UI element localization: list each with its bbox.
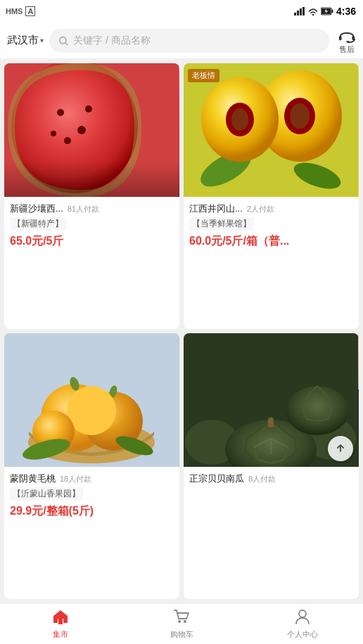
svg-rect-42 (268, 418, 274, 427)
nav-label-cart: 购物车 (170, 629, 193, 640)
product-title-4: 正宗贝贝南瓜 8人付款 (189, 472, 353, 485)
product-title-2: 江西井冈山... 2人付款 (189, 202, 353, 215)
chevron-down-icon: ▾ (40, 37, 44, 44)
nav-label-market: 集市 (53, 629, 68, 640)
product-name-1: 新疆沙壤西... (10, 202, 63, 215)
product-image-4: 个头迷你 一颗一个不浪费 (184, 333, 359, 467)
product-image-wrapper-2: 老板情 (184, 63, 359, 197)
price-1: 65.0元/5斤 (10, 234, 174, 249)
product-image-wrapper-3 (4, 333, 179, 467)
status-bar: HMS A 4:36 (0, 0, 363, 22)
product-info-2: 江西井冈山... 2人付款 【当季鲜果馆】 60.0元/5斤/箱（普... (184, 197, 359, 329)
sold-count-3: 18人付款 (60, 474, 91, 484)
product-title-1: 新疆沙壤西... 81人付款 (10, 202, 174, 215)
price-3: 29.9元/整箱(5斤) (10, 504, 174, 519)
svg-point-15 (77, 126, 86, 134)
product-grid: 新疆沙壤西... 81人付款 【新疆特产】 65.0元/5斤 (0, 59, 363, 603)
svg-rect-11 (346, 41, 350, 42)
product-card-1[interactable]: 新疆沙壤西... 81人付款 【新疆特产】 65.0元/5斤 (4, 63, 179, 329)
shop-name-1: 【新疆特产】 (10, 217, 66, 231)
a-label: A (25, 6, 35, 16)
svg-point-46 (184, 620, 186, 623)
svg-rect-3 (302, 7, 305, 15)
product-name-2: 江西井冈山... (189, 202, 243, 215)
nav-item-profile[interactable]: 个人中心 (242, 604, 363, 644)
svg-point-43 (286, 386, 349, 435)
svg-line-8 (65, 43, 68, 45)
hms-label: HMS (6, 7, 23, 15)
signal-icon (294, 7, 305, 15)
product-info-4: 正宗贝贝南瓜 8人付款 (184, 467, 359, 599)
back-to-top-icon (334, 442, 347, 455)
bottom-nav: 集市 购物车 个人中心 (0, 603, 363, 644)
product-info-3: 蒙阴黄毛桃 18人付款 【沂蒙山香果园】 29.9元/整箱(5斤) (4, 467, 179, 599)
svg-point-34 (67, 386, 116, 435)
product-info-1: 新疆沙壤西... 81人付款 【新疆特产】 65.0元/5斤 (4, 197, 179, 329)
wifi-icon (308, 8, 318, 15)
status-right: 4:36 (294, 6, 356, 17)
service-button[interactable]: 售后 (338, 27, 356, 55)
sold-count-1: 81人付款 (68, 204, 99, 214)
basket-peach-svg (4, 333, 179, 467)
svg-point-18 (64, 137, 71, 144)
product-image-3 (4, 333, 179, 467)
svg-point-14 (57, 109, 64, 116)
peach-svg (184, 63, 358, 197)
svg-rect-44 (58, 619, 63, 624)
status-left: HMS A (6, 6, 35, 16)
svg-point-47 (299, 610, 306, 617)
svg-point-16 (51, 131, 56, 136)
back-to-top-button[interactable] (328, 436, 353, 461)
product-image-wrapper-1 (4, 63, 179, 197)
svg-point-45 (178, 620, 181, 623)
svg-rect-9 (339, 35, 342, 40)
sold-count-2: 2人付款 (247, 204, 274, 214)
search-bar[interactable]: 关键字 / 商品名称 (49, 29, 329, 53)
cart-icon (173, 609, 190, 627)
header: 武汉市 ▾ 关键字 / 商品名称 售后 (0, 22, 363, 59)
product-title-3: 蒙阴黄毛桃 18人付款 (10, 472, 174, 485)
city-selector[interactable]: 武汉市 ▾ (7, 34, 44, 47)
product-card-4[interactable]: 个头迷你 一颗一个不浪费 (184, 333, 359, 599)
product-image-1 (4, 63, 179, 197)
product-card-2[interactable]: 老板情 江西井冈山... 2人付款 【当季鲜果馆】 60.0元/5斤/箱（普..… (184, 63, 359, 329)
nav-label-profile: 个人中心 (287, 629, 318, 640)
time-display: 4:36 (336, 6, 356, 17)
city-name: 武汉市 (7, 34, 39, 47)
svg-rect-0 (294, 13, 296, 15)
svg-rect-2 (300, 8, 302, 15)
search-icon (58, 35, 69, 46)
product-card-3[interactable]: 蒙阴黄毛桃 18人付款 【沂蒙山香果园】 29.9元/整箱(5斤) (4, 333, 179, 599)
shop-name-3: 【沂蒙山香果园】 (10, 487, 83, 501)
headset-icon (338, 27, 356, 44)
product-name-3: 蒙阴黄毛桃 (10, 472, 56, 485)
search-placeholder: 关键字 / 商品名称 (73, 34, 151, 47)
shop-name-2: 【当季鲜果馆】 (189, 217, 254, 231)
nav-item-cart[interactable]: 购物车 (121, 604, 242, 644)
battery-icon (321, 7, 333, 15)
svg-rect-1 (297, 11, 299, 15)
product-image-2: 老板情 (184, 63, 359, 197)
sold-count-4: 8人付款 (248, 474, 276, 484)
service-label: 售后 (339, 44, 355, 55)
svg-rect-6 (331, 10, 333, 13)
home-icon (52, 609, 69, 627)
product-badge-2: 老板情 (188, 69, 219, 82)
svg-point-17 (85, 105, 92, 112)
nav-item-market[interactable]: 集市 (0, 604, 121, 644)
svg-point-24 (290, 103, 310, 129)
product-image-wrapper-4: 个头迷你 一颗一个不浪费 (184, 333, 359, 467)
price-2: 60.0元/5斤/箱（普... (189, 234, 353, 249)
svg-point-27 (231, 108, 248, 131)
product-name-4: 正宗贝贝南瓜 (189, 472, 244, 485)
person-icon (294, 609, 311, 627)
watermelon-svg (4, 63, 179, 197)
